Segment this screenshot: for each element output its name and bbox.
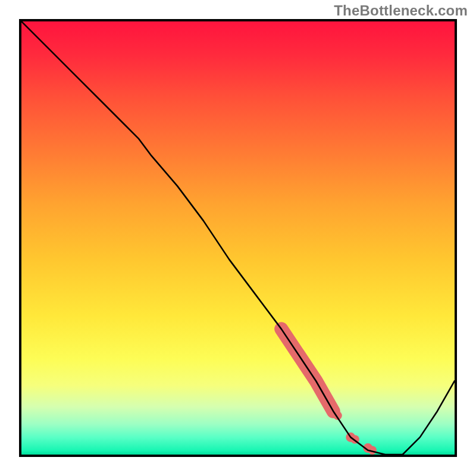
chart-frame: TheBottleneck.com xyxy=(0,0,476,476)
plot-area xyxy=(19,19,457,457)
curve-layer xyxy=(21,21,455,455)
bottleneck-curve xyxy=(21,21,455,455)
watermark-text: TheBottleneck.com xyxy=(334,2,468,19)
